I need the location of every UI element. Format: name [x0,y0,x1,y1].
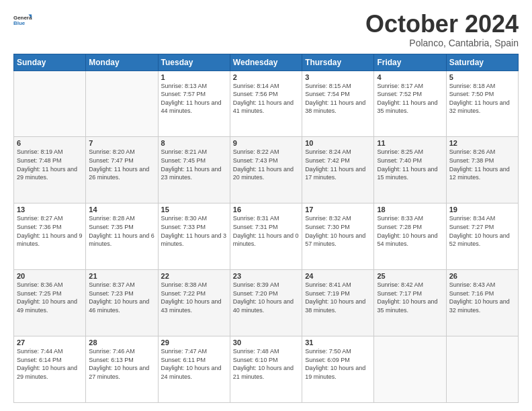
day-info: Sunrise: 8:26 AM Sunset: 7:38 PM Dayligh… [449,148,515,181]
week-row-5: 27Sunrise: 7:44 AM Sunset: 6:14 PM Dayli… [14,336,519,403]
day-cell: 20Sunrise: 8:36 AM Sunset: 7:25 PM Dayli… [14,270,86,336]
day-cell: 26Sunrise: 8:43 AM Sunset: 7:16 PM Dayli… [446,270,518,336]
header: GeneralBlue October 2024 Polanco, Cantab… [13,11,519,48]
day-cell: 13Sunrise: 8:27 AM Sunset: 7:36 PM Dayli… [14,203,86,270]
day-number: 29 [161,338,227,347]
day-info: Sunrise: 8:39 AM Sunset: 7:20 PM Dayligh… [233,281,299,314]
day-number: 6 [17,139,83,147]
day-number: 10 [305,139,371,147]
day-number: 1 [161,73,227,81]
page: GeneralBlue October 2024 Polanco, Cantab… [0,0,532,411]
day-number: 12 [449,139,515,147]
day-cell: 4Sunrise: 8:17 AM Sunset: 7:52 PM Daylig… [374,71,446,137]
day-info: Sunrise: 8:24 AM Sunset: 7:42 PM Dayligh… [305,148,371,181]
day-info: Sunrise: 8:22 AM Sunset: 7:43 PM Dayligh… [233,148,299,181]
col-header-saturday: Saturday [446,54,518,71]
day-info: Sunrise: 7:44 AM Sunset: 6:14 PM Dayligh… [17,347,83,381]
day-number: 19 [449,205,515,214]
location-subtitle: Polanco, Cantabria, Spain [365,38,519,48]
day-cell: 19Sunrise: 8:34 AM Sunset: 7:27 PM Dayli… [446,203,518,270]
month-title: October 2024 [365,11,519,38]
week-row-4: 20Sunrise: 8:36 AM Sunset: 7:25 PM Dayli… [14,270,519,336]
day-info: Sunrise: 7:46 AM Sunset: 6:13 PM Dayligh… [89,347,154,381]
title-block: October 2024 Polanco, Cantabria, Spain [365,11,519,48]
week-row-2: 6Sunrise: 8:19 AM Sunset: 7:48 PM Daylig… [14,137,519,203]
day-info: Sunrise: 7:47 AM Sunset: 6:11 PM Dayligh… [161,347,227,381]
day-number: 31 [305,338,371,347]
day-cell: 27Sunrise: 7:44 AM Sunset: 6:14 PM Dayli… [14,336,86,403]
day-info: Sunrise: 8:19 AM Sunset: 7:48 PM Dayligh… [17,148,83,181]
day-cell: 18Sunrise: 8:33 AM Sunset: 7:28 PM Dayli… [374,203,446,270]
day-number: 7 [89,139,154,147]
header-row: SundayMondayTuesdayWednesdayThursdayFrid… [14,54,519,71]
day-cell: 22Sunrise: 8:38 AM Sunset: 7:22 PM Dayli… [158,270,230,336]
day-info: Sunrise: 8:25 AM Sunset: 7:40 PM Dayligh… [377,148,443,181]
day-info: Sunrise: 8:18 AM Sunset: 7:50 PM Dayligh… [449,82,515,116]
day-number: 28 [89,338,154,347]
day-cell: 7Sunrise: 8:20 AM Sunset: 7:47 PM Daylig… [86,137,158,203]
day-cell: 6Sunrise: 8:19 AM Sunset: 7:48 PM Daylig… [14,137,86,203]
day-number: 24 [305,272,371,280]
day-info: Sunrise: 8:27 AM Sunset: 7:36 PM Dayligh… [17,214,83,248]
day-cell: 25Sunrise: 8:42 AM Sunset: 7:17 PM Dayli… [374,270,446,336]
day-number: 22 [161,272,227,280]
day-cell: 11Sunrise: 8:25 AM Sunset: 7:40 PM Dayli… [374,137,446,203]
day-info: Sunrise: 8:14 AM Sunset: 7:56 PM Dayligh… [233,82,299,116]
col-header-tuesday: Tuesday [158,54,230,71]
day-info: Sunrise: 7:50 AM Sunset: 6:09 PM Dayligh… [305,347,371,381]
day-cell: 31Sunrise: 7:50 AM Sunset: 6:09 PM Dayli… [302,336,374,403]
day-cell: 17Sunrise: 8:32 AM Sunset: 7:30 PM Dayli… [302,203,374,270]
day-info: Sunrise: 8:28 AM Sunset: 7:35 PM Dayligh… [89,214,154,248]
day-info: Sunrise: 8:20 AM Sunset: 7:47 PM Dayligh… [89,148,154,181]
day-info: Sunrise: 8:21 AM Sunset: 7:45 PM Dayligh… [161,148,227,181]
day-cell: 8Sunrise: 8:21 AM Sunset: 7:45 PM Daylig… [158,137,230,203]
col-header-friday: Friday [374,54,446,71]
day-info: Sunrise: 8:38 AM Sunset: 7:22 PM Dayligh… [161,281,227,314]
day-cell: 15Sunrise: 8:30 AM Sunset: 7:33 PM Dayli… [158,203,230,270]
week-row-3: 13Sunrise: 8:27 AM Sunset: 7:36 PM Dayli… [14,203,519,270]
day-cell: 12Sunrise: 8:26 AM Sunset: 7:38 PM Dayli… [446,137,518,203]
day-number: 9 [233,139,299,147]
day-cell: 2Sunrise: 8:14 AM Sunset: 7:56 PM Daylig… [230,71,302,137]
day-info: Sunrise: 8:33 AM Sunset: 7:28 PM Dayligh… [377,214,443,248]
day-cell: 29Sunrise: 7:47 AM Sunset: 6:11 PM Dayli… [158,336,230,403]
day-number: 16 [233,205,299,214]
day-cell [86,71,158,137]
day-number: 13 [17,205,83,214]
calendar-body: 1Sunrise: 8:13 AM Sunset: 7:57 PM Daylig… [14,71,519,402]
day-info: Sunrise: 8:13 AM Sunset: 7:57 PM Dayligh… [161,82,227,116]
day-info: Sunrise: 8:42 AM Sunset: 7:17 PM Dayligh… [377,281,443,314]
day-cell: 5Sunrise: 8:18 AM Sunset: 7:50 PM Daylig… [446,71,518,137]
day-number: 20 [17,272,83,280]
day-cell: 14Sunrise: 8:28 AM Sunset: 7:35 PM Dayli… [86,203,158,270]
day-cell: 21Sunrise: 8:37 AM Sunset: 7:23 PM Dayli… [86,270,158,336]
day-info: Sunrise: 8:15 AM Sunset: 7:54 PM Dayligh… [305,82,371,116]
day-cell: 3Sunrise: 8:15 AM Sunset: 7:54 PM Daylig… [302,71,374,137]
day-number: 5 [449,73,515,81]
logo: GeneralBlue [13,11,32,30]
col-header-wednesday: Wednesday [230,54,302,71]
day-number: 23 [233,272,299,280]
day-number: 25 [377,272,443,280]
col-header-thursday: Thursday [302,54,374,71]
day-number: 8 [161,139,227,147]
week-row-1: 1Sunrise: 8:13 AM Sunset: 7:57 PM Daylig… [14,71,519,137]
day-cell: 10Sunrise: 8:24 AM Sunset: 7:42 PM Dayli… [302,137,374,203]
day-info: Sunrise: 8:32 AM Sunset: 7:30 PM Dayligh… [305,214,371,248]
day-info: Sunrise: 8:17 AM Sunset: 7:52 PM Dayligh… [377,82,443,116]
day-number: 21 [89,272,154,280]
day-cell: 1Sunrise: 8:13 AM Sunset: 7:57 PM Daylig… [158,71,230,137]
day-info: Sunrise: 8:30 AM Sunset: 7:33 PM Dayligh… [161,214,227,248]
day-number: 26 [449,272,515,280]
day-cell: 23Sunrise: 8:39 AM Sunset: 7:20 PM Dayli… [230,270,302,336]
day-info: Sunrise: 8:41 AM Sunset: 7:19 PM Dayligh… [305,281,371,314]
day-info: Sunrise: 8:34 AM Sunset: 7:27 PM Dayligh… [449,214,515,248]
day-info: Sunrise: 8:43 AM Sunset: 7:16 PM Dayligh… [449,281,515,314]
svg-text:Blue: Blue [13,20,26,26]
day-cell [14,71,86,137]
calendar-table: SundayMondayTuesdayWednesdayThursdayFrid… [13,54,519,403]
day-number: 18 [377,205,443,214]
day-number: 11 [377,139,443,147]
day-number: 14 [89,205,154,214]
day-number: 27 [17,338,83,347]
